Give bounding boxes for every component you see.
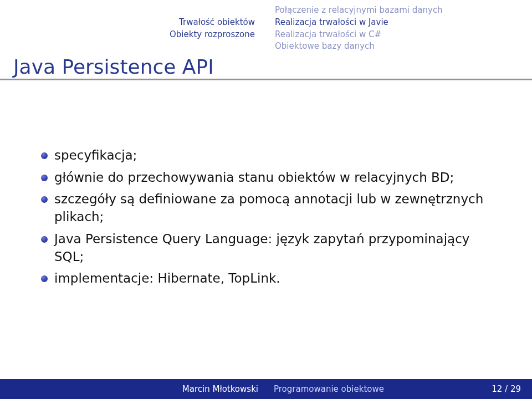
header-left-nav: Trwałość obiektów Obiekty rozproszone [170,17,255,41]
slide-body: specyfikacja; głównie do przechowywania … [0,80,532,379]
bullet-list: specyfikacja; głównie do przechowywania … [39,147,499,288]
bullet-item: głównie do przechowywania stanu obiektów… [39,169,499,187]
slide: Trwałość obiektów Obiekty rozproszone Po… [0,0,532,399]
footer: Marcin Młotkowski Programowanie obiektow… [0,379,532,399]
nav-subsection[interactable]: Obiektowe bazy danych [275,40,443,53]
nav-subsection[interactable]: Realizacja trwałości w C# [275,29,443,41]
footer-page-number: 12 / 29 [492,384,532,394]
bullet-item: implementacje: Hibernate, TopLink. [39,270,499,288]
bullet-item: szczegóły są definiowane za pomocą annot… [39,191,499,226]
footer-right: Programowanie obiektowe 12 / 29 [266,384,532,394]
footer-author: Marcin Młotkowski [0,384,266,394]
bullet-item: Java Persistence Query Language: język z… [39,231,499,265]
nav-section[interactable]: Obiekty rozproszone [170,29,255,41]
header-right-nav: Połączenie z relacyjnymi bazami danych R… [275,4,443,53]
content-block: specyfikacja; głównie do przechowywania … [39,147,499,292]
slide-title: Java Persistence API [13,55,214,78]
header: Trwałość obiektów Obiekty rozproszone Po… [0,0,532,79]
nav-subsection[interactable]: Połączenie z relacyjnymi bazami danych [275,4,443,17]
nav-subsection-current[interactable]: Realizacja trwałości w Javie [275,17,443,29]
nav-section[interactable]: Trwałość obiektów [170,17,255,29]
bullet-item: specyfikacja; [39,147,499,165]
footer-talk-title: Programowanie obiektowe [266,384,384,394]
